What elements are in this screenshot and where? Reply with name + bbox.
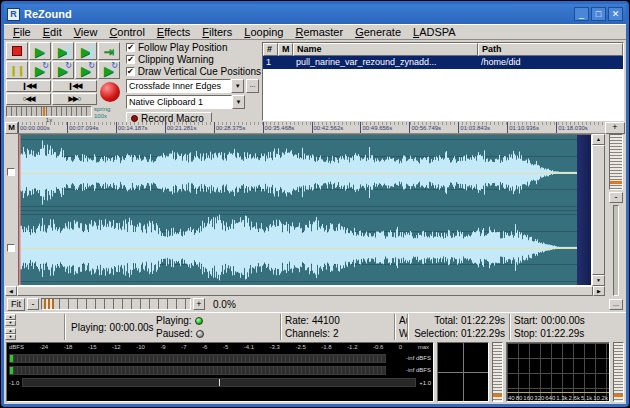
horizontal-scroll-thumb[interactable] <box>17 286 593 296</box>
column-header-name[interactable]: Name <box>293 43 478 56</box>
menu-item[interactable]: Control <box>104 26 149 38</box>
db-scale-label: max <box>418 344 429 352</box>
column-header-m[interactable]: M <box>278 43 293 56</box>
pause-icon: ❙❙ <box>10 65 25 76</box>
loop-play-button[interactable]: ▶↻ <box>29 61 51 79</box>
waveform-view[interactable] <box>18 134 592 286</box>
vertical-zoom-thumb[interactable] <box>610 181 622 184</box>
clipboard-dropdown[interactable]: Native Clipboard 1 <box>126 95 232 109</box>
loop-selection-button[interactable]: ▶↻ <box>52 61 74 79</box>
stop-button[interactable] <box>6 42 28 60</box>
db-scale-label: -3.3 <box>270 344 280 352</box>
balance-right-label: +1.0 <box>419 380 431 386</box>
vertical-scrollbar[interactable]: ▲ ▼ <box>592 134 605 286</box>
column-header-path[interactable]: Path <box>478 43 623 56</box>
vertical-zoom-out-button[interactable]: - <box>609 192 623 203</box>
file-list-row[interactable]: 1 pull_narine_var_rezound_zynadd... /hom… <box>263 56 623 69</box>
db-scale-label: -9 <box>160 344 165 352</box>
stop-spinner[interactable]: ▲▼ <box>5 328 63 340</box>
analyzer-zoom-slider[interactable] <box>613 342 624 402</box>
menu-item[interactable]: Generate <box>350 26 406 38</box>
checkmark-icon[interactable]: ✔ <box>126 43 135 52</box>
stereo-phase-scope <box>437 342 489 402</box>
shuttle-mode-label[interactable]: spring <box>94 106 110 113</box>
menu-item[interactable]: File <box>8 26 36 38</box>
menu-item[interactable]: View <box>69 26 103 38</box>
menu-item[interactable]: Filters <box>197 26 237 38</box>
loop-icon: ↻ <box>65 61 72 70</box>
channel-1-checkbox[interactable] <box>7 168 15 176</box>
prev-cue-button[interactable]: ○◀◀ <box>6 93 51 105</box>
checkmark-icon[interactable]: ✔ <box>126 67 135 76</box>
vertical-zoom-slider[interactable] <box>609 134 623 190</box>
menu-item[interactable]: LADSPA <box>408 26 461 38</box>
frequency-label: 10.2k <box>593 395 608 401</box>
balance-center-mark <box>219 379 220 386</box>
crossfade-dropdown[interactable]: Crossfade Inner Edges <box>126 79 231 93</box>
chevron-down-icon[interactable]: ▼ <box>231 79 244 93</box>
title-bar[interactable]: R ReZound _ □ ✕ <box>4 4 626 24</box>
menu-item[interactable]: Remaster <box>290 26 348 38</box>
play-from-cursor-button[interactable]: ⇥ <box>98 42 120 60</box>
vertical-zoom-track[interactable] <box>613 205 619 296</box>
db-scale-label: dBFS <box>9 344 24 352</box>
vertical-zoom-in-button[interactable]: + <box>605 122 625 134</box>
start-label: Start: <box>514 315 538 326</box>
frequency-analyzer: 40801603206401.3k2.6k5.1k10.2k <box>506 342 610 402</box>
pause-button[interactable]: ❙❙ <box>6 61 28 79</box>
zoom-slider[interactable] <box>41 298 191 310</box>
zoom-more-button[interactable]: ... <box>609 299 623 310</box>
zoom-slider-thumb[interactable] <box>44 299 54 309</box>
slider-thumb[interactable] <box>493 394 502 397</box>
spin-down-icon[interactable]: ▼ <box>5 320 16 326</box>
menu-item[interactable]: Looping <box>239 26 288 38</box>
follow-play-position-checkbox[interactable]: ✔ Follow Play Position <box>126 42 259 53</box>
checkmark-icon[interactable]: ✔ <box>126 55 135 64</box>
db-scale-label: -0.6 <box>373 344 383 352</box>
start-spinner[interactable]: ▲▼ <box>5 314 63 326</box>
crossfade-more-button[interactable]: ... <box>246 79 259 93</box>
measure-mode-button[interactable]: M <box>5 122 18 134</box>
zoom-in-button[interactable]: + <box>193 298 205 310</box>
fit-button[interactable]: Fit <box>7 298 25 311</box>
play-selection-button[interactable]: ▶ <box>52 42 74 60</box>
waveform-canvas[interactable] <box>19 135 577 285</box>
shuttle-control[interactable]: 1x <box>6 106 92 123</box>
zoom-out-button[interactable]: - <box>27 298 39 310</box>
column-header-num[interactable]: # <box>263 43 278 56</box>
menu-item[interactable]: Edit <box>38 26 67 38</box>
scroll-right-icon[interactable]: ▶ <box>593 286 605 296</box>
record-button[interactable] <box>100 82 120 102</box>
working-file-label: Working File: <box>399 328 407 339</box>
draw-vertical-cue-positions-checkbox[interactable]: ✔ Draw Vertical Cue Positions <box>126 66 259 77</box>
scroll-left-icon[interactable]: ◀ <box>5 286 17 296</box>
shuttle-range-label[interactable]: 100x <box>94 113 110 120</box>
channel-2-meter-value: -inf dBFS <box>389 367 431 373</box>
play-from-start-button[interactable]: ▶ <box>75 42 97 60</box>
jump-to-beginning-button[interactable]: ❙◀◀ <box>6 80 51 92</box>
scroll-down-icon[interactable]: ▼ <box>592 275 605 286</box>
loop-skip-button[interactable]: ▶↻ <box>98 61 120 79</box>
scroll-up-icon[interactable]: ▲ <box>592 134 605 145</box>
shuttle-slider[interactable] <box>6 106 92 117</box>
phase-zoom-slider[interactable] <box>492 342 503 402</box>
jump-to-selection-start-button[interactable]: ❙◀◀ <box>52 80 97 92</box>
next-cue-button[interactable]: ▶▶○ <box>52 93 97 105</box>
shuttle-thumb[interactable] <box>43 107 45 116</box>
minimize-button[interactable]: _ <box>574 7 589 21</box>
slider-thumb[interactable] <box>614 394 623 397</box>
meter-level-segment <box>10 355 13 362</box>
vertical-scroll-thumb[interactable] <box>592 145 605 275</box>
loop-icon: ↻ <box>42 61 49 70</box>
close-button[interactable]: ✕ <box>608 7 623 21</box>
chevron-down-icon[interactable]: ▼ <box>232 95 245 109</box>
loop-gap-button[interactable]: ▶↻ <box>75 61 97 79</box>
clipping-warning-checkbox[interactable]: ✔ Clipping Warning <box>126 54 259 65</box>
play-arrow-icon: ⇥ <box>104 45 115 58</box>
maximize-button[interactable]: □ <box>591 7 606 21</box>
menu-item[interactable]: Effects <box>152 26 195 38</box>
channel-2-checkbox[interactable] <box>7 244 15 252</box>
play-all-button[interactable]: ▶ <box>29 42 51 60</box>
time-ruler[interactable]: 00:00.000s00:07.094s00:14.187s00:21.281s… <box>18 122 605 134</box>
horizontal-scrollbar[interactable]: ◀ ▶ <box>5 286 605 296</box>
